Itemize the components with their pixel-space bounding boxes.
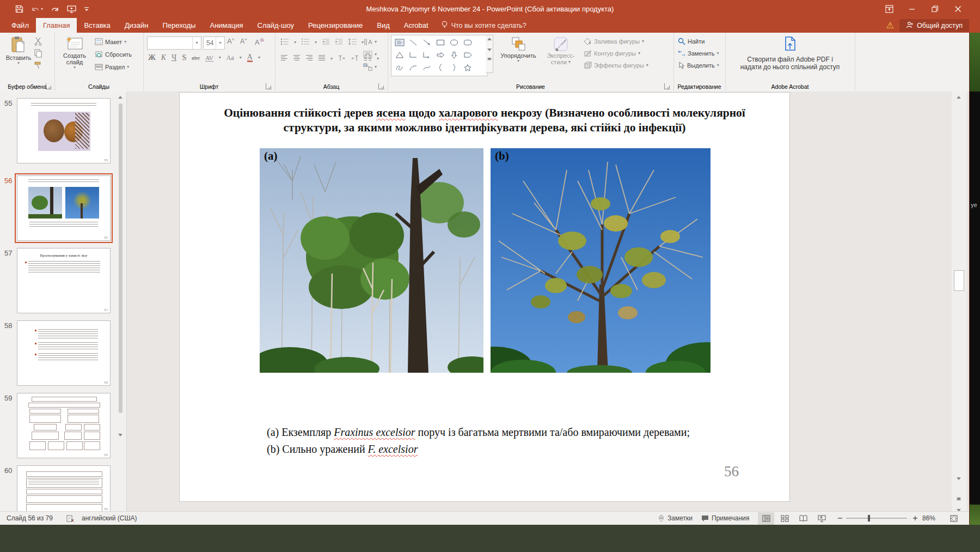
create-pdf-button[interactable]: Створити файл Adobe PDF і надати до ньог…: [731, 36, 849, 71]
shapes-gallery-scrollbar[interactable]: [486, 35, 493, 73]
tab-review[interactable]: Рецензирование: [301, 18, 370, 33]
section-button[interactable]: Раздел▾: [95, 63, 129, 70]
shapes-gallery[interactable]: [391, 35, 488, 76]
start-slideshow-icon[interactable]: [67, 5, 76, 14]
slide-counter[interactable]: Слайд 56 из 79: [7, 512, 53, 525]
customize-qat-icon[interactable]: [84, 6, 89, 13]
zoom-slider[interactable]: [846, 512, 907, 525]
select-button[interactable]: Выделить▾: [678, 62, 719, 69]
tab-home[interactable]: Главная: [36, 18, 77, 33]
fit-to-window-button[interactable]: [950, 512, 958, 525]
align-text-button[interactable]: ▾: [363, 51, 377, 58]
tab-transitions[interactable]: Переходы: [155, 18, 203, 33]
ribbon-display-options-icon[interactable]: [878, 0, 901, 18]
font-name-combo[interactable]: ▾: [147, 37, 201, 50]
panel-scrollbar-thumb[interactable]: [119, 104, 122, 413]
find-button[interactable]: Найти: [678, 38, 705, 45]
font-size-dropdown-icon[interactable]: ▾: [216, 37, 224, 49]
font-color-button[interactable]: А: [247, 53, 253, 62]
shape-curve-icon[interactable]: [420, 62, 433, 74]
undo-dropdown-icon[interactable]: ▾: [41, 7, 43, 11]
zoom-percentage[interactable]: 86%: [922, 512, 935, 525]
next-slide-button[interactable]: [957, 500, 961, 512]
font-color-dropdown-icon[interactable]: ▾: [258, 56, 260, 60]
ltr-direction-button[interactable]: [338, 55, 346, 63]
shape-oval-icon[interactable]: [447, 37, 461, 48]
columns-dropdown-icon[interactable]: ▾: [377, 57, 379, 61]
slide-thumbnail-selected[interactable]: 56: [17, 175, 111, 241]
align-right-button[interactable]: [305, 54, 313, 63]
shape-star-icon[interactable]: [461, 62, 474, 74]
bullets-button[interactable]: [280, 38, 289, 46]
justify-button[interactable]: [318, 54, 326, 63]
slide-title[interactable]: Оцінювання стійкості дерев ясена щодо ха…: [215, 106, 754, 135]
caption-line-a[interactable]: (a) Екземпляр Fraxinus excelsior поруч і…: [267, 426, 690, 439]
shape-line-icon[interactable]: [406, 37, 420, 48]
tab-file[interactable]: Файл: [4, 18, 36, 33]
photo-b-infected-ash-tree[interactable]: (b): [491, 148, 710, 373]
shape-right-brace-icon[interactable]: [447, 62, 461, 74]
slide-canvas[interactable]: Оцінювання стійкості дерев ясена щодо ха…: [180, 93, 789, 501]
tab-insert[interactable]: Вставка: [77, 18, 117, 33]
scrollbar-thumb[interactable]: [954, 270, 964, 291]
shape-left-brace-icon[interactable]: [433, 62, 447, 74]
slide-thumbnail[interactable]: 60: [17, 465, 111, 511]
quick-styles-button[interactable]: Экспресс- стили▾: [541, 36, 580, 65]
shape-arc-icon[interactable]: [406, 62, 420, 74]
save-icon[interactable]: [15, 5, 23, 13]
activation-warning-icon[interactable]: ⚠: [881, 18, 899, 33]
shape-pentagon-icon[interactable]: [461, 49, 474, 60]
shapes-scroll-up-icon[interactable]: [487, 38, 492, 40]
shape-scribble-icon[interactable]: [393, 62, 406, 74]
spell-check-icon[interactable]: [66, 512, 75, 525]
photo-a-healthy-ash-tree[interactable]: (a): [260, 148, 483, 373]
undo-button[interactable]: ▾: [31, 5, 43, 13]
restore-button[interactable]: [923, 0, 946, 18]
grow-font-button[interactable]: A˄: [227, 37, 234, 45]
text-direction-button[interactable]: ▾: [363, 38, 377, 46]
increase-indent-button[interactable]: [335, 38, 343, 46]
character-spacing-button[interactable]: AV: [205, 54, 213, 62]
panel-scroll-up-icon[interactable]: [118, 96, 122, 99]
replace-button[interactable]: Заменить▾: [678, 50, 719, 57]
shape-rectangle-icon[interactable]: [433, 37, 447, 48]
clear-formatting-button[interactable]: A: [255, 37, 265, 46]
new-slide-button[interactable]: Создать слайд ▾: [59, 36, 90, 70]
normal-view-button[interactable]: [758, 512, 774, 525]
font-name-dropdown-icon[interactable]: ▾: [192, 37, 201, 49]
char-spacing-dropdown-icon[interactable]: ▾: [219, 56, 221, 60]
slide-thumbnail[interactable]: 59: [17, 393, 111, 458]
editor-vertical-scrollbar[interactable]: [952, 92, 966, 511]
align-center-button[interactable]: [293, 54, 301, 63]
underline-button[interactable]: Ч: [171, 53, 176, 62]
change-case-button[interactable]: Aa: [226, 54, 234, 62]
font-size-combo[interactable]: 54 ▾: [203, 37, 225, 50]
text-shadow-button[interactable]: S: [182, 53, 186, 62]
tab-view[interactable]: Вид: [370, 18, 397, 33]
share-button[interactable]: Общий доступ: [899, 19, 969, 32]
shrink-font-button[interactable]: A˅: [240, 37, 247, 45]
redo-button[interactable]: [51, 5, 59, 13]
shape-outline-button[interactable]: Контур фигуры▾: [584, 50, 640, 57]
reset-button[interactable]: Сбросить: [95, 51, 132, 58]
convert-smartart-button[interactable]: ▾: [363, 63, 377, 71]
language-indicator[interactable]: английский (США): [82, 512, 137, 525]
shape-effects-button[interactable]: Эффекты фигуры▾: [584, 62, 648, 69]
slide-thumbnail[interactable]: Прогнозування у захисті лісу 57: [17, 248, 111, 313]
numbering-button[interactable]: [301, 38, 310, 46]
slide-thumbnail[interactable]: 55: [17, 98, 111, 163]
numbering-dropdown-icon[interactable]: ▾: [315, 40, 317, 45]
shape-arrow-icon[interactable]: [420, 37, 433, 48]
strikethrough-button[interactable]: abc: [192, 54, 200, 61]
change-case-dropdown-icon[interactable]: ▾: [240, 56, 242, 60]
slide-sorter-view-button[interactable]: [776, 512, 793, 525]
notes-toggle[interactable]: Заметки: [658, 512, 693, 525]
shape-triangle-icon[interactable]: [393, 49, 406, 60]
layout-button[interactable]: Макет▾: [95, 38, 126, 45]
close-button[interactable]: [946, 0, 969, 18]
comments-toggle[interactable]: Примечания: [701, 512, 749, 525]
minimize-button[interactable]: [901, 0, 923, 18]
rtl-direction-button[interactable]: [351, 55, 359, 63]
format-painter-button[interactable]: [34, 61, 42, 72]
panel-scroll-down-icon[interactable]: [118, 434, 122, 436]
